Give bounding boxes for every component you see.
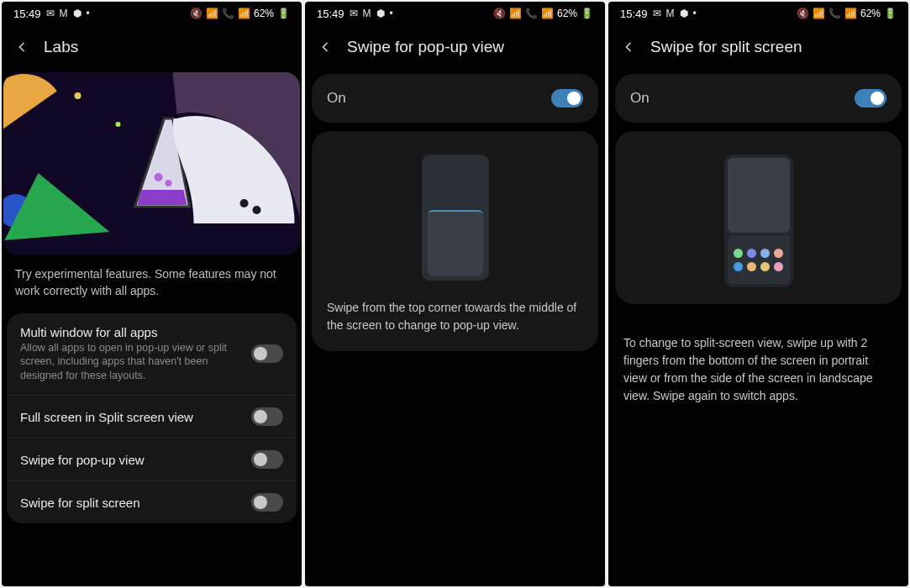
svg-point-1 bbox=[75, 92, 82, 99]
on-label: On bbox=[327, 90, 346, 107]
mute-icon: 🔇 bbox=[190, 8, 203, 19]
app-dot bbox=[734, 249, 743, 258]
master-toggle[interactable] bbox=[551, 89, 583, 108]
gmail-icon: ✉ bbox=[46, 8, 55, 19]
status-bar: 15:49 ✉ M ⬢ • 🔇 📶 📞 📶 62% 🔋 bbox=[305, 2, 605, 25]
page-title: Swipe for pop-up view bbox=[347, 38, 504, 56]
reddit-icon: ⬢ bbox=[376, 8, 385, 19]
help-text: Swipe from the top corner towards the mi… bbox=[327, 299, 583, 334]
wifi-icon: 📶 bbox=[813, 8, 825, 19]
row-subtitle: Allow all apps to open in pop-up view or… bbox=[20, 341, 241, 384]
row-title: Full screen in Split screen view bbox=[20, 410, 241, 424]
split-illustration bbox=[724, 155, 793, 287]
more-icon: • bbox=[693, 8, 697, 19]
app-dot bbox=[734, 262, 743, 271]
popup-illustration bbox=[422, 155, 489, 281]
toggle-multi-window[interactable] bbox=[251, 344, 283, 363]
row-swipe-popup[interactable]: Swipe for pop-up view bbox=[7, 438, 297, 481]
screen-swipe-split: 15:49 ✉ M ⬢ • 🔇 📶 📞 📶 62% 🔋 Swipe for sp… bbox=[608, 2, 908, 586]
signal-icon: 📶 bbox=[541, 8, 554, 19]
screen-swipe-popup: 15:49 ✉ M ⬢ • 🔇 📶 📞 📶 62% 🔋 Swipe for po… bbox=[305, 2, 605, 586]
reddit-icon: ⬢ bbox=[73, 8, 82, 19]
app-dot bbox=[774, 249, 783, 258]
battery-pct: 62% bbox=[860, 8, 881, 19]
status-time: 15:49 bbox=[13, 8, 41, 20]
row-multi-window[interactable]: Multi window for all apps Allow all apps… bbox=[7, 313, 297, 396]
svg-point-5 bbox=[166, 180, 172, 186]
battery-icon: 🔋 bbox=[277, 8, 290, 19]
more-icon: • bbox=[87, 8, 90, 19]
mail-icon: M bbox=[363, 8, 371, 19]
signal-icon: 📶 bbox=[844, 8, 857, 19]
row-title: Swipe for pop-up view bbox=[20, 453, 241, 467]
signal-icon: 📶 bbox=[238, 8, 250, 19]
svg-point-4 bbox=[155, 173, 163, 181]
app-dot bbox=[760, 249, 770, 258]
call-icon: 📞 bbox=[222, 8, 234, 19]
status-time: 15:49 bbox=[620, 8, 648, 20]
more-icon: • bbox=[390, 8, 393, 19]
toggle-fullscreen-split[interactable] bbox=[251, 407, 283, 426]
svg-point-2 bbox=[116, 122, 121, 127]
page-title: Labs bbox=[44, 38, 78, 56]
battery-icon: 🔋 bbox=[581, 8, 593, 19]
svg-point-7 bbox=[253, 206, 261, 214]
on-label: On bbox=[630, 90, 650, 107]
split-top-pane bbox=[728, 158, 790, 233]
master-toggle-card: On bbox=[615, 74, 902, 123]
screen-labs: 15:49 ✉ M ⬢ • 🔇 📶 📞 📶 62% 🔋 Labs bbox=[2, 2, 302, 586]
toggle-swipe-split[interactable] bbox=[251, 493, 283, 512]
battery-icon: 🔋 bbox=[884, 8, 897, 19]
back-button[interactable] bbox=[12, 37, 32, 57]
toggle-swipe-popup[interactable] bbox=[251, 450, 283, 469]
app-dot bbox=[747, 262, 756, 271]
wifi-icon: 📶 bbox=[206, 8, 218, 19]
battery-pct: 62% bbox=[254, 8, 274, 19]
popup-window-icon bbox=[428, 210, 483, 276]
illustration-card: Swipe from the top corner towards the mi… bbox=[312, 131, 598, 351]
help-text: To change to split-screen view, swipe up… bbox=[623, 334, 893, 405]
status-bar: 15:49 ✉ M ⬢ • 🔇 📶 📞 📶 62% 🔋 bbox=[608, 2, 908, 25]
svg-point-6 bbox=[240, 199, 249, 207]
header: Swipe for split screen bbox=[608, 25, 908, 69]
mail-icon: M bbox=[60, 8, 68, 19]
app-dot bbox=[774, 262, 783, 271]
status-time: 15:49 bbox=[317, 8, 345, 20]
labs-hero-image bbox=[3, 72, 300, 255]
mute-icon: 🔇 bbox=[797, 8, 809, 19]
settings-card: Multi window for all apps Allow all apps… bbox=[7, 313, 297, 524]
split-bottom-pane bbox=[728, 235, 790, 284]
app-dot bbox=[747, 249, 756, 258]
row-swipe-split[interactable]: Swipe for split screen bbox=[7, 481, 297, 523]
illustration-card bbox=[615, 131, 902, 304]
header: Labs bbox=[2, 25, 302, 69]
labs-description: Try experimental features. Some features… bbox=[2, 265, 302, 313]
row-fullscreen-split[interactable]: Full screen in Split screen view bbox=[7, 396, 297, 438]
master-toggle-card: On bbox=[312, 74, 598, 123]
back-button[interactable] bbox=[315, 37, 335, 57]
mute-icon: 🔇 bbox=[493, 8, 506, 19]
gmail-icon: ✉ bbox=[653, 8, 661, 19]
battery-pct: 62% bbox=[557, 8, 577, 19]
row-title: Swipe for split screen bbox=[20, 496, 241, 510]
call-icon: 📞 bbox=[828, 8, 841, 19]
master-toggle[interactable] bbox=[855, 89, 886, 108]
app-dot bbox=[760, 262, 770, 271]
wifi-icon: 📶 bbox=[509, 8, 522, 19]
status-bar: 15:49 ✉ M ⬢ • 🔇 📶 📞 📶 62% 🔋 bbox=[2, 2, 302, 25]
gmail-icon: ✉ bbox=[350, 8, 358, 19]
page-title: Swipe for split screen bbox=[650, 38, 802, 56]
mail-icon: M bbox=[666, 8, 675, 19]
reddit-icon: ⬢ bbox=[680, 8, 688, 19]
header: Swipe for pop-up view bbox=[305, 25, 605, 69]
row-title: Multi window for all apps bbox=[20, 325, 241, 339]
call-icon: 📞 bbox=[525, 8, 538, 19]
back-button[interactable] bbox=[618, 37, 639, 57]
